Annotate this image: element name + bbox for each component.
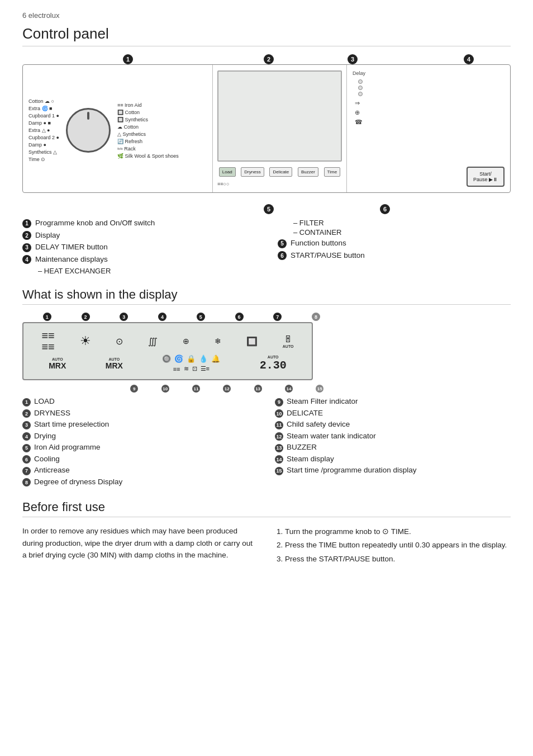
disp-item-12: 12 Steam water tank indicator [275,432,511,441]
list-item-2: 2 Display [22,231,255,240]
start-pause-button[interactable]: Start/Pause ▶⏸ [467,167,505,187]
prog-labels-left: Cotton ☁ ○ Extra 🌀 ■ Cupboard 1 ● Damp ●… [28,98,59,162]
display-cell-1: ≡≡ ≡≡ [41,330,54,352]
display-cell-2: ☀ [80,334,91,348]
function-buttons-row: Load Dryness Delicate Buzzer Time [217,165,342,179]
before-use-steps: Turn the programme knob to ⊙ TIME. Press… [275,525,511,566]
before-use-content: In order to remove any residues which ma… [22,525,511,566]
item-6-label: START/PAUSE button [291,251,365,259]
item-4-label: Maintenance displays [35,255,108,263]
list-item-4: 4 Maintenance displays [22,255,255,264]
step-3: Press the START/PAUSE button. [285,552,511,566]
delicate-icon: 🌀 [174,355,183,363]
func-btn-dryness[interactable]: Dryness [241,167,264,177]
dash-filter: – FILTER [293,219,511,227]
disp-item-15: 15 Start time /programme duration displa… [275,466,511,475]
disp-item-4: 4 Drying [22,432,258,441]
display-cell-4: ∭ [148,336,158,347]
display-list-left: 1 LOAD 2 DRYNESS 3 Start time preselecti… [22,397,258,489]
maint-dot-2 [358,86,363,90]
display-cell-3: ⊙ [116,336,123,347]
display-main-row: AUTO MRX AUTO MRX 🔘 🌀 🔒 💧 🔔 [31,355,304,372]
control-list-right: – FILTER – CONTAINER 5 Function buttons … [278,219,511,276]
display-cell-8: 🎚 AUTO [283,334,294,348]
display-items-list: 1 LOAD 2 DRYNESS 3 Start time preselecti… [22,397,511,489]
disp-item-5: 5 Iron Aid programme [22,443,258,452]
steam-filter-icon: 🔘 [162,355,171,363]
programme-knob[interactable] [66,108,111,153]
display-time-cell: AUTO 2.30 [260,355,287,372]
disp-item-14: 14 Steam display [275,455,511,464]
disp-item-9: 9 Steam Filter indicator [275,397,511,407]
display-cell-5: ⊕ [183,337,189,346]
step-2: Press the TIME button repeatedly until 0… [285,538,511,552]
control-list-left: 1 Programme knob and On/Off switch 2 Dis… [22,219,255,276]
list-item-3: 3 DELAY TIMER button [22,243,255,252]
control-panel-diagram: Cotton ☁ ○ Extra 🌀 ■ Cupboard 1 ● Damp ●… [22,64,511,193]
disp-item-1: 1 LOAD [22,397,258,407]
display-numbers-top-row: 1 2 3 4 5 6 7 8 [22,313,335,321]
dash-container: – CONTAINER [293,228,511,237]
brand-label: 6 electrolux [22,11,511,20]
item-5-label: Function buttons [291,239,346,247]
maint-dot-3 [358,92,363,96]
section-display-title: What is shown in the display [22,287,511,305]
step-1: Turn the programme knob to ⊙ TIME. [285,525,511,538]
before-use-text: In order to remove any residues which ma… [22,525,258,566]
display-diagram-wrapper: 1 2 3 4 5 6 7 8 ≡≡ ≡≡ ☀ ⊙ ∭ [22,313,511,393]
panel-right-area: Delay ⇒ ⊕ ☎ Start/Pause ▶⏸ [347,65,510,192]
display-cell-6: ❄ [215,337,221,346]
display-list-right: 9 Steam Filter indicator 10 DELICATE 11 … [275,397,511,489]
before-use-section: Before first use In order to remove any … [22,500,511,566]
delay-label: Delay [353,70,365,76]
item-1-label: Programme knob and On/Off switch [35,219,155,227]
item-3-label: DELAY TIMER button [35,243,108,251]
disp-item-6: 6 Cooling [22,455,258,464]
disp-item-3: 3 Start time preselection [22,420,258,429]
panel-number-5: 5 [264,204,274,214]
disp-item-8: 8 Degree of dryness Display [22,478,258,487]
panel-number-1: 1 [123,54,133,64]
list-item-6: 6 START/PAUSE button [278,251,511,261]
control-description: 1 Programme knob and On/Off switch 2 Dis… [22,219,511,276]
disp-item-13: 13 BUZZER [275,443,511,452]
disp-item-2: 2 DRYNESS [22,409,258,418]
display-dryness-cell: AUTO MRX [106,357,123,370]
display-numbers-bottom-row: 9 10 11 12 13 14 15 [22,385,335,393]
maintenance-dots [358,79,365,96]
display-sub-icon-group: 🔘 🌀 🔒 💧 🔔 ≡≡ ≋ ⊡ ☰≡ [162,355,220,372]
list-item-5: 5 Function buttons [278,239,511,248]
func-btn-buzzer[interactable]: Buzzer [298,167,318,177]
steam-tank-icon: 💧 [199,355,208,363]
prog-labels-right: ≡≡ Iron Aid 🔲 Cotton 🔲 Synthetics ☁ Cott… [117,102,179,159]
disp-item-7: 7 Anticrease [22,466,258,475]
func-btn-delicate[interactable]: Delicate [269,167,292,177]
list-item-1: 1 Programme knob and On/Off switch [22,219,255,228]
panel-display-area: Load Dryness Delicate Buzzer Time ≡≡○○ [213,65,347,192]
steam-icon-row: ≡≡○○ [217,179,342,187]
steam-disp-icon: ≡≡ [173,366,180,372]
main-display [217,70,342,162]
panel-number-6: 6 [380,204,390,214]
maint-dot-1 [358,79,363,84]
section-before-title: Before first use [22,500,511,517]
display-diagram: ≡≡ ≡≡ ☀ ⊙ ∭ ⊕ ❄ 🔲 [22,322,313,380]
child-safety-icon: 🔒 [187,355,196,363]
maintenance-icons: ⇒ ⊕ ☎ [355,100,365,126]
buzzer-icon: 🔔 [211,355,220,363]
func-btn-time[interactable]: Time [324,167,340,177]
display-load-cell: AUTO MRX [49,357,66,370]
panel-number-3: 3 [348,54,358,64]
panel-number-2: 2 [264,54,274,64]
display-cell-7: 🔲 [246,336,258,347]
display-top-icons: ≡≡ ≡≡ ☀ ⊙ ∭ ⊕ ❄ 🔲 [31,330,304,352]
item-2-label: Display [35,231,60,239]
panel-number-4: 4 [464,54,474,64]
func-btn-load[interactable]: Load [219,167,236,177]
disp-item-11: 11 Child safety device [275,420,511,429]
disp-item-10: 10 DELICATE [275,409,511,418]
maintenance-area: Delay ⇒ ⊕ ☎ [353,70,365,187]
panel-knob-area: Cotton ☁ ○ Extra 🌀 ■ Cupboard 1 ● Damp ●… [23,65,213,192]
section-control-title: Control panel [22,25,511,46]
sub-heat-exchanger: – HEAT EXCHANGER [38,267,255,275]
